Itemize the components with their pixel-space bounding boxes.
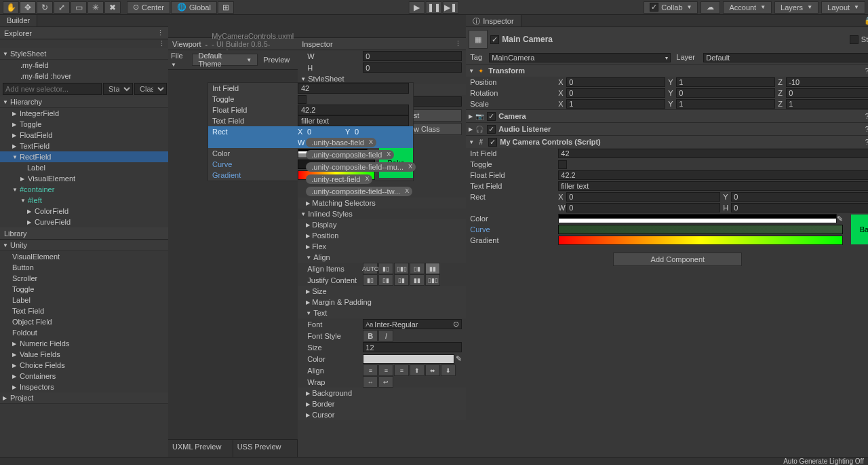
- hierarchy-item[interactable]: ▶TextField: [0, 141, 168, 151]
- space-toggle[interactable]: 🌐Global: [171, 1, 217, 14]
- library-item[interactable]: ▶Value Fields: [0, 349, 168, 360]
- selector-item[interactable]: .my-field: [0, 60, 168, 71]
- matching-foldout[interactable]: ▶Matching Selectors: [298, 198, 466, 208]
- rotate-tool[interactable]: ↻: [37, 1, 53, 14]
- style-pill[interactable]: .unity-composite-fieldX: [306, 150, 394, 160]
- library-unity[interactable]: ▼Unity: [0, 240, 168, 251]
- scale-z[interactable]: [786, 99, 868, 109]
- hierarchy-item[interactable]: ▼#container: [0, 184, 168, 195]
- custom-tool[interactable]: ✖: [104, 1, 121, 14]
- remove-pill-icon[interactable]: X: [387, 151, 391, 157]
- transform-component[interactable]: ▼✦Transform?⇄⋮: [466, 64, 868, 77]
- script-gradient[interactable]: [558, 236, 843, 245]
- selector-item[interactable]: .my-field :hover: [0, 71, 168, 81]
- justify-between-button[interactable]: ▮▮: [410, 274, 425, 286]
- file-menu[interactable]: File ▼: [171, 52, 189, 68]
- text-foldout[interactable]: ▼Text: [298, 308, 466, 318]
- builder-tab[interactable]: Builder: [0, 15, 37, 26]
- hierarchy-section[interactable]: ▼Hierarchy: [0, 96, 168, 108]
- textalign-mid[interactable]: ⬌: [425, 365, 440, 376]
- state-dropdown[interactable]: State: [103, 83, 133, 95]
- library-item[interactable]: Toggle: [0, 284, 168, 295]
- camera-component[interactable]: ▶📷✓Camera?⇄⋮: [466, 109, 868, 122]
- script-color[interactable]: [558, 214, 837, 223]
- remove-pill-icon[interactable]: X: [405, 187, 409, 194]
- pos-z[interactable]: [786, 77, 868, 87]
- hierarchy-item[interactable]: ▶VisualElement: [0, 173, 168, 184]
- scale-tool[interactable]: ⤢: [54, 1, 70, 14]
- italic-button[interactable]: I: [378, 330, 393, 341]
- rect-x[interactable]: [566, 192, 720, 202]
- pause-button[interactable]: ❚❚: [426, 1, 442, 14]
- font-picker-icon[interactable]: ⊙: [453, 320, 459, 329]
- hierarchy-item[interactable]: ▶CurveField: [0, 217, 168, 227]
- display-foldout[interactable]: ▶Display: [298, 219, 466, 230]
- step-button[interactable]: ▶❚: [443, 1, 459, 14]
- textalign-top[interactable]: ⬆: [410, 365, 425, 376]
- library-item[interactable]: ▶Numeric Fields: [0, 338, 168, 349]
- eyedropper-icon[interactable]: ✎: [456, 354, 462, 363]
- inlined-foldout[interactable]: ▼Inlined Styles: [298, 208, 466, 219]
- library-item[interactable]: ▶Inspectors: [0, 382, 168, 392]
- hand-tool[interactable]: ✋: [3, 1, 19, 14]
- remove-pill-icon[interactable]: X: [369, 138, 373, 145]
- gameobject-name[interactable]: Main Camera: [502, 35, 849, 44]
- stylesheet-section[interactable]: ▼StyleSheet: [0, 48, 168, 60]
- library-item[interactable]: Object Field: [0, 316, 168, 327]
- inspector-menu-icon[interactable]: ⋮: [454, 39, 462, 48]
- justify-around-button[interactable]: ▯▮▯: [425, 274, 440, 286]
- style-pill[interactable]: .unity-base-fieldX: [306, 138, 376, 147]
- audio-listener-component[interactable]: ▶🎧✓Audio Listener?⇄⋮: [466, 122, 868, 135]
- active-checkbox[interactable]: ✓: [490, 35, 499, 44]
- position-foldout[interactable]: ▶Position: [298, 230, 466, 241]
- pos-x[interactable]: [566, 77, 665, 87]
- scale-y[interactable]: [676, 99, 775, 109]
- textalign-bot[interactable]: ⬇: [441, 365, 456, 376]
- library-item[interactable]: ▶Containers: [0, 371, 168, 382]
- layer-dropdown[interactable]: Default▾: [703, 53, 868, 62]
- hierarchy-item[interactable]: Label: [0, 162, 168, 173]
- explorer-menu-icon[interactable]: ⋮: [157, 29, 164, 37]
- align-end-button[interactable]: ▯▮: [410, 263, 425, 274]
- textalign-center[interactable]: ≡: [378, 365, 393, 376]
- w-input[interactable]: [363, 51, 462, 61]
- justify-center-button[interactable]: ▯▮: [378, 274, 393, 286]
- library-item[interactable]: ▶Choice Fields: [0, 360, 168, 371]
- font-picker[interactable]: AaInter-Regular⊙: [363, 319, 462, 329]
- explorer-more-icon[interactable]: ⋮: [158, 39, 165, 48]
- layers-dropdown[interactable]: Layers▼: [774, 1, 818, 14]
- align-center-button[interactable]: ▯▮▯: [394, 263, 409, 274]
- collab-dropdown[interactable]: ✓Collab▼: [644, 1, 698, 14]
- theme-dropdown[interactable]: Default Theme▼: [192, 54, 258, 66]
- add-selector-input[interactable]: [3, 83, 102, 95]
- scale-x[interactable]: [566, 99, 665, 109]
- script-text[interactable]: [558, 181, 868, 191]
- class-dropdown[interactable]: Class: [134, 83, 167, 95]
- hierarchy-item[interactable]: ▶ColorField: [0, 206, 168, 217]
- help-icon[interactable]: ?: [865, 67, 868, 75]
- transform-tool[interactable]: ✳: [87, 1, 104, 14]
- rot-z[interactable]: [786, 88, 868, 98]
- textcolor-swatch[interactable]: [363, 354, 454, 364]
- style-pill[interactable]: .unity-rect-fieldX: [306, 174, 372, 184]
- script-float[interactable]: [558, 170, 868, 180]
- preview-button[interactable]: Preview: [258, 56, 295, 64]
- script-curve[interactable]: [558, 225, 843, 234]
- rot-x[interactable]: [566, 88, 665, 98]
- justify-end-button[interactable]: ▯▮: [394, 274, 409, 286]
- viewport-canvas[interactable]: Int Field42 Toggle Float Field42.2 Text …: [168, 70, 298, 439]
- textalign-right[interactable]: ≡: [394, 365, 409, 376]
- pivot-toggle[interactable]: ⊙Center: [127, 1, 170, 14]
- project-section[interactable]: ▶Project: [0, 392, 168, 404]
- script-bake-button[interactable]: Bake: [851, 215, 868, 244]
- rect-w[interactable]: [566, 203, 720, 212]
- eyedropper-icon[interactable]: ✎: [837, 215, 843, 223]
- align-stretch-button[interactable]: ▮▮: [425, 263, 440, 274]
- tag-dropdown[interactable]: MainCamera▾: [489, 53, 671, 62]
- uxml-preview-tab[interactable]: UXML Preview: [168, 440, 233, 457]
- library-item[interactable]: Label: [0, 295, 168, 305]
- align-foldout[interactable]: ▼Align: [298, 252, 466, 263]
- border-foldout[interactable]: ▶Border: [298, 398, 466, 409]
- size-foldout[interactable]: ▶Size: [298, 286, 466, 297]
- wrap-on[interactable]: ↩: [378, 376, 393, 388]
